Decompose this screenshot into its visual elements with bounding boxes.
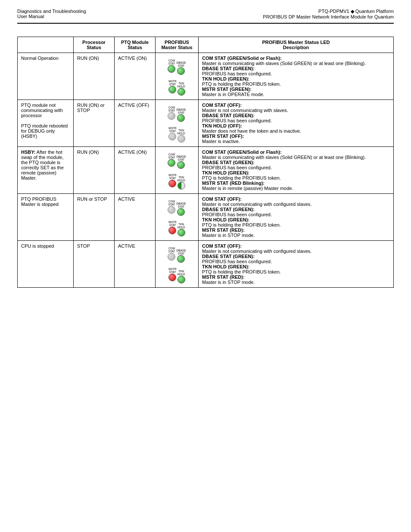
header-right-line1: PTQ-PDPMV1 ◆ Quantum Platform [263,9,394,14]
ptq-status-cell: ACTIVE (ON) [115,53,156,100]
description-cell: COM STAT (GREEN/Solid or Flash):Master i… [199,147,394,194]
header-divider [17,23,394,24]
col-header-processor: Processor Status [74,37,115,53]
profibus-led-cell: COMSTAT DBASESTAT MSTRSTAT TKNHOLD [156,241,199,288]
condition-cell: PTQ PROFIBUS Master is stopped [18,194,74,241]
table-row: PTQ PROFIBUS Master is stoppedRUN or STO… [18,194,394,241]
table-row: PTQ module not communicating with proces… [18,100,394,147]
header-right: PTQ-PDPMV1 ◆ Quantum Platform PROFIBUS D… [263,9,394,19]
header-left-line1: Diagnostics and Troubleshooting [17,9,86,14]
profibus-led-cell: COMSTAT DBASESTAT MSTRSTAT TKNHOLD [156,194,199,241]
status-table: Processor Status PTQ Module Status PROFI… [17,37,394,288]
col-header-ptq: PTQ Module Status [115,37,156,53]
header-left-line2: User Manual [17,14,86,19]
description-cell: COM STAT (OFF):Master is not communicati… [199,100,394,147]
processor-status-cell: STOP [74,241,115,288]
processor-status-cell: RUN (ON) [74,53,115,100]
processor-status-cell: RUN (ON) orSTOP [74,100,115,147]
description-cell: COM STAT (OFF):Master is not communicati… [199,194,394,241]
profibus-led-cell: COMSTAT DBASESTAT MSTRSTAT TKNHOLD [156,100,199,147]
table-row: Normal OperationRUN (ON)ACTIVE (ON) COMS… [18,53,394,100]
profibus-led-cell: COMSTAT DBASESTAT MSTRSTAT TKNHOLD [156,147,199,194]
condition-cell: PTQ module not communicating with proces… [18,100,74,147]
ptq-status-cell: ACTIVE (OFF) [115,100,156,147]
profibus-led-cell: COMSTAT DBASESTAT MSTRSTAT TKNHOLD [156,53,199,100]
ptq-status-cell: ACTIVE (ON) [115,147,156,194]
table-row: CPU is stoppedSTOPACTIVE COMSTAT DBASEST… [18,241,394,288]
page-header: Diagnostics and Troubleshooting User Man… [17,9,394,19]
condition-cell: CPU is stopped [18,241,74,288]
col-header-profibus: PROFIBUS Master Status [156,37,199,53]
condition-cell: HSBY: After the hot swap of the module, … [18,147,74,194]
ptq-status-cell: ACTIVE [115,241,156,288]
processor-status-cell: RUN (ON) [74,147,115,194]
col-header-description: PROFIBUS Master Status LED Description [199,37,394,53]
col-header-condition [18,37,74,53]
table-row: HSBY: After the hot swap of the module, … [18,147,394,194]
table-header-row: Processor Status PTQ Module Status PROFI… [18,37,394,53]
header-left: Diagnostics and Troubleshooting User Man… [17,9,86,19]
description-cell: COM STAT (GREEN/Solid or Flash):Master i… [199,53,394,100]
processor-status-cell: RUN or STOP [74,194,115,241]
condition-cell: Normal Operation [18,53,74,100]
description-cell: COM STAT (OFF):Master is not communicati… [199,241,394,288]
header-right-line2: PROFIBUS DP Master Network Interface Mod… [263,14,394,19]
ptq-status-cell: ACTIVE [115,194,156,241]
